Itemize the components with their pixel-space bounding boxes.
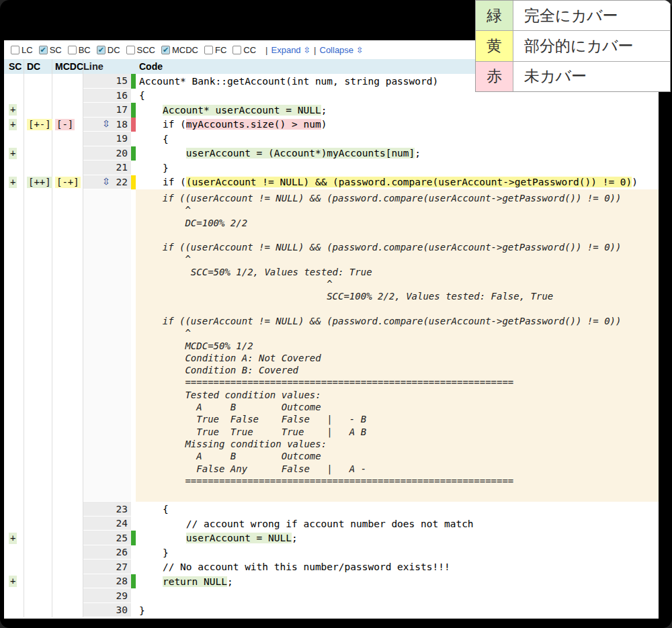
checkbox-icon[interactable] (233, 46, 241, 54)
coverage-bar (131, 132, 136, 146)
line-number-cell: 28 (83, 574, 131, 589)
legend-label: 完全にカバー (513, 1, 670, 30)
col-sc-cell (4, 89, 24, 103)
column-header-mcdc: MCDC (52, 59, 83, 74)
sc-mark: + (9, 119, 17, 130)
detail-line: if ((userAccount != NULL) && (password.c… (140, 192, 659, 204)
detail-line: ^ (140, 278, 659, 290)
checkbox-label: MCDC (172, 45, 198, 55)
column-header-dc: DC (24, 59, 52, 74)
coverage-type-toggle[interactable]: ✔MCDC (161, 45, 198, 55)
col-dc-cell (24, 603, 52, 618)
code-segment: ; (227, 576, 233, 587)
code-cell (136, 588, 659, 603)
col-sc-cell (4, 132, 24, 146)
line-number: 18 (116, 119, 128, 130)
coverage-type-toggle[interactable]: BC (68, 45, 91, 55)
coverage-type-toggle[interactable]: FC (204, 45, 226, 55)
col-sc-cell (4, 603, 24, 618)
checkbox-label: DC (108, 45, 120, 55)
checkbox-icon[interactable] (11, 46, 19, 54)
checkbox-label: SCC (137, 45, 155, 55)
code-segment: Account* userAccount = NULL (163, 105, 321, 116)
detail-line: True False False | - B (140, 413, 659, 425)
up-down-arrow-icon: ⇳ (356, 45, 364, 55)
line-number: 27 (116, 562, 128, 572)
col-dc-cell: [++] (24, 175, 52, 190)
code-segment: { (139, 90, 145, 101)
col-dc-cell (24, 103, 52, 118)
legend-swatch: 緑 (476, 1, 513, 30)
toolbar-separator: | (314, 45, 316, 55)
checkbox-icon[interactable]: ✔ (39, 46, 48, 54)
line-number-cell: 24 (83, 517, 131, 531)
code-row: +[+-][-]⇳18 if (myAccounts.size() > num) (4, 118, 659, 132)
col-mcdc-cell (52, 132, 83, 146)
checkbox-label: SC (50, 45, 62, 55)
code-cell: userAccount = NULL; (136, 531, 659, 545)
col-mcdc-cell (52, 603, 83, 618)
detail-line (140, 303, 659, 315)
code-segment (139, 533, 186, 543)
expand-all-link[interactable]: Expand ⇳ (271, 45, 311, 55)
collapse-all-link[interactable]: Collapse ⇳ (320, 45, 364, 55)
dc-mark: [+-] (27, 119, 52, 130)
code-cell: // No account with this number/password … (136, 559, 659, 574)
checkbox-icon[interactable] (68, 46, 77, 54)
coverage-type-toggle[interactable]: ✔DC (97, 45, 120, 55)
line-number-cell (83, 189, 131, 502)
legend-label: 未カバー (513, 62, 670, 91)
col-mcdc-cell (52, 502, 83, 517)
coverage-bar (131, 588, 136, 603)
col-sc-cell (4, 161, 24, 175)
checkbox-icon[interactable]: ✔ (97, 46, 106, 54)
detail-line: Condition B: Covered (140, 364, 659, 376)
detail-line: A B Outcome (140, 401, 659, 413)
legend-label: 部分的にカバー (513, 31, 670, 60)
detail-line: if ((userAccount != NULL) && (password.c… (140, 315, 659, 327)
checkbox-icon[interactable]: ✔ (161, 46, 170, 54)
sc-mark: + (9, 576, 17, 587)
code-cell: if (myAccounts.size() > num) (136, 118, 659, 132)
col-dc-cell (24, 517, 52, 531)
coverage-type-toggle[interactable]: SCC (126, 45, 155, 55)
legend-swatch: 黄 (476, 31, 513, 60)
coverage-type-toggle[interactable]: ✔SC (39, 45, 62, 55)
code-row: 19 { (4, 132, 659, 146)
expand-toggle-icon[interactable]: ⇳ (102, 118, 110, 129)
line-number-cell: 26 (83, 545, 131, 560)
detail-line: ^ (140, 204, 659, 216)
col-dc-cell (24, 74, 52, 89)
col-mcdc-cell (52, 189, 83, 502)
code-segment: // account wrong if account number does … (139, 519, 474, 529)
coverage-bar (131, 545, 136, 560)
col-mcdc-cell (52, 517, 83, 531)
line-number-cell: ⇳22 (83, 175, 131, 190)
col-mcdc-cell (52, 146, 83, 161)
coverage-bar (131, 517, 136, 531)
checkbox-icon[interactable] (204, 46, 213, 54)
checkbox-label: FC (215, 45, 226, 55)
code-cell: { (136, 502, 659, 517)
line-number: 24 (116, 518, 128, 529)
col-sc-cell: + (4, 574, 24, 589)
code-row: +20 userAccount = (Account*)myAccounts[n… (4, 146, 659, 161)
coverage-detail-block: if ((userAccount != NULL) && (password.c… (136, 189, 659, 502)
checkbox-label: BC (79, 45, 91, 55)
detail-line (140, 229, 659, 241)
column-header-sc: SC (4, 59, 24, 74)
col-dc-cell (24, 531, 52, 545)
code-segment: ; (321, 105, 327, 116)
coverage-type-toggle[interactable]: LC (11, 45, 33, 55)
detail-line: MCDC=50% 1/2 (140, 340, 659, 352)
checkbox-icon[interactable] (126, 46, 135, 54)
code-segment: userAccount = NULL (186, 533, 292, 543)
expand-toggle-icon[interactable]: ⇳ (102, 176, 110, 187)
coverage-type-toggle[interactable]: CC (233, 45, 256, 55)
coverage-viewer-panel: LC✔SCBC✔DCSCC✔MCDCFCCC|Expand ⇳|Collapse… (4, 40, 659, 619)
col-dc-cell (24, 189, 52, 502)
code-row: +[++][-+]⇳22 if ((userAccount != NULL) &… (4, 175, 659, 190)
detail-line: Condition A: Not Covered (140, 352, 659, 364)
col-sc-cell (4, 502, 24, 517)
code-segment: { (139, 134, 169, 144)
